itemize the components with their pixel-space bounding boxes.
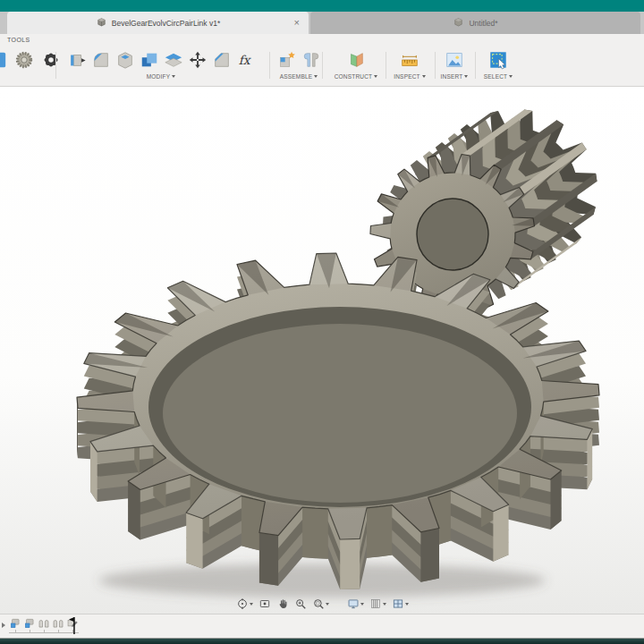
timeline-tick xyxy=(30,630,30,633)
dropdown-caret-icon xyxy=(326,603,329,606)
chamfer-icon[interactable] xyxy=(212,50,232,70)
measure-icon[interactable] xyxy=(400,50,419,70)
display-settings-button[interactable] xyxy=(346,597,365,611)
clipped-tool-icon[interactable] xyxy=(0,50,7,70)
large-gear-dish-floor[interactable] xyxy=(163,324,517,503)
document-cube-icon xyxy=(96,17,107,29)
svg-text:fx: fx xyxy=(238,53,251,67)
group-label-select[interactable]: SELECT xyxy=(484,73,513,80)
group-label-inspect[interactable]: INSPECT xyxy=(394,73,426,80)
viewports-icon xyxy=(392,597,404,610)
navigation-bar xyxy=(0,597,644,611)
gear-scene[interactable] xyxy=(0,87,644,614)
tab-title: BevelGearEvolvCircPairLink v1* xyxy=(112,19,220,28)
group-label-text: SELECT xyxy=(484,73,508,80)
app-title-bar xyxy=(0,0,644,12)
group-label-modify[interactable]: MODIFY xyxy=(147,73,175,80)
dropdown-caret-icon xyxy=(172,75,175,78)
toolbar-separator xyxy=(55,52,56,79)
menu-bar: TOOLS xyxy=(0,34,644,47)
group-label-construct[interactable]: CONSTRUCT xyxy=(335,73,378,80)
select-icon[interactable] xyxy=(488,50,508,70)
display-settings-icon xyxy=(347,597,360,610)
joint-icon[interactable] xyxy=(301,50,321,70)
small-gear-hub[interactable] xyxy=(417,199,488,270)
timeline-tick xyxy=(44,630,45,633)
viewports-button[interactable] xyxy=(391,597,410,611)
grid-snaps-button[interactable] xyxy=(369,597,387,611)
construct-plane-icon[interactable] xyxy=(346,50,366,70)
tools-menu[interactable]: TOOLS xyxy=(7,37,30,43)
pan-icon xyxy=(276,597,289,610)
dropdown-caret-icon xyxy=(314,75,318,78)
grid-snaps-icon xyxy=(369,597,382,610)
joint-feature-icon[interactable] xyxy=(38,617,50,630)
group-label-insert[interactable]: INSERT xyxy=(441,73,469,80)
component-feature-icon[interactable] xyxy=(23,617,36,630)
fillet-icon[interactable] xyxy=(91,50,111,70)
toolbar-group-inspect: INSPECT xyxy=(386,48,433,80)
dropdown-caret-icon xyxy=(250,603,253,606)
status-strip xyxy=(0,638,644,644)
orbit-icon xyxy=(236,597,249,610)
document-cube-icon xyxy=(453,17,464,29)
press-pull-icon[interactable] xyxy=(67,50,87,70)
toolbar-group-assemble: ASSEMBLE xyxy=(272,48,326,80)
zoom-button[interactable] xyxy=(293,597,308,611)
insert-image-icon[interactable] xyxy=(445,50,464,70)
group-label-text: INSERT xyxy=(441,73,463,80)
dropdown-caret-icon xyxy=(464,75,468,78)
main-toolbar: fxMODIFYASSEMBLECONSTRUCTINSPECTINSERTSE… xyxy=(0,47,644,87)
new-component-icon[interactable] xyxy=(277,50,297,70)
timeline-collapse-caret[interactable] xyxy=(2,623,5,628)
dropdown-caret-icon xyxy=(360,603,364,606)
group-label-text: ASSEMBLE xyxy=(280,73,313,80)
parameters-fx-icon[interactable]: fx xyxy=(236,50,256,70)
timeline-tick xyxy=(15,630,16,633)
timeline-playhead[interactable] xyxy=(68,616,77,635)
toolbar-group-construct: CONSTRUCT xyxy=(331,48,381,80)
toolbar-group-select: SELECT xyxy=(476,48,521,80)
pan-button[interactable] xyxy=(275,597,290,611)
dropdown-caret-icon xyxy=(405,603,409,606)
dropdown-caret-icon xyxy=(509,75,513,78)
toolbar-group-modify: fxMODIFY xyxy=(57,48,265,80)
timeline-tick xyxy=(58,630,59,633)
dropdown-caret-icon xyxy=(374,75,377,78)
group-label-assemble[interactable]: ASSEMBLE xyxy=(280,73,318,80)
dropdown-caret-icon xyxy=(383,603,386,606)
tab-title: Untitled* xyxy=(469,19,497,28)
model-viewport[interactable] xyxy=(0,87,644,614)
move-icon[interactable] xyxy=(188,50,208,70)
dropdown-caret-icon xyxy=(422,75,426,78)
orbit-button[interactable] xyxy=(235,597,254,611)
look-at-icon xyxy=(258,597,271,610)
group-label-text: CONSTRUCT xyxy=(335,73,373,80)
combine-icon[interactable] xyxy=(140,50,159,70)
shell-icon[interactable] xyxy=(115,50,135,70)
gear-ground-shadow xyxy=(98,564,546,597)
group-label-text: INSPECT xyxy=(394,73,420,80)
joint-feature-icon[interactable] xyxy=(52,617,64,630)
fit-button[interactable] xyxy=(311,597,330,611)
toolbar-separator xyxy=(269,52,270,79)
document-tab-active[interactable]: BevelGearEvolvCircPairLink v1* × xyxy=(7,12,309,34)
document-tab-row: BevelGearEvolvCircPairLink v1* × Untitle… xyxy=(0,12,644,34)
gear-addin-icon[interactable] xyxy=(14,50,34,70)
document-tab-untitled[interactable]: Untitled* xyxy=(310,12,640,34)
toolbar-group-insert: INSERT xyxy=(435,48,474,80)
tab-close-icon[interactable]: × xyxy=(294,16,300,29)
offset-face-icon[interactable] xyxy=(164,50,183,70)
zoom-icon xyxy=(294,597,307,610)
fit-icon xyxy=(312,597,325,610)
component-feature-icon[interactable] xyxy=(9,617,21,630)
look-at-button[interactable] xyxy=(258,597,272,611)
large-bevel-gear[interactable] xyxy=(77,253,599,589)
group-label-text: MODIFY xyxy=(147,73,170,80)
timeline-bar xyxy=(0,614,644,639)
